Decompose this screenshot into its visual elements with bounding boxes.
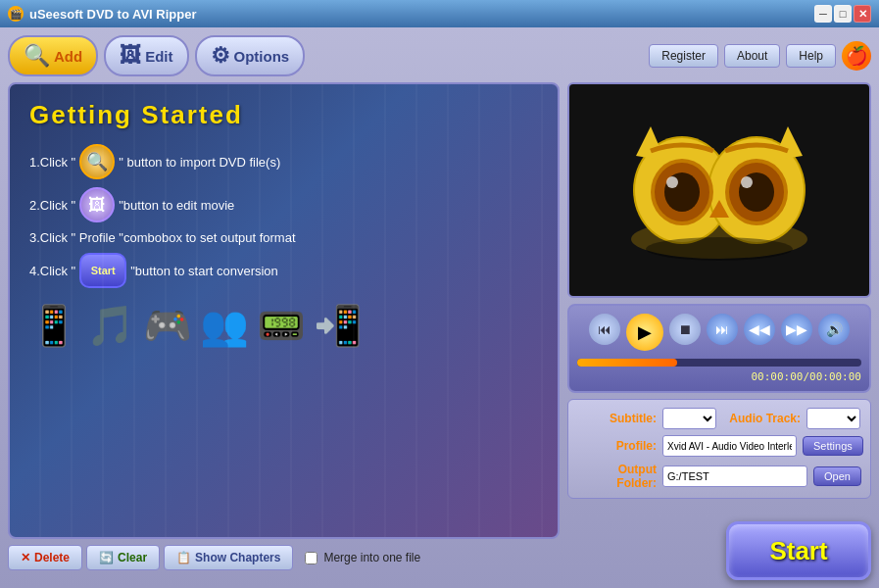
skip-forward-button[interactable]: ⏭ (707, 314, 738, 345)
audio-track-select[interactable] (806, 408, 860, 429)
device-people: 👥 (200, 296, 249, 355)
time-display: 00:00:00/00:00:00 (577, 370, 861, 383)
header-right: Register About Help 🍎 (649, 41, 871, 71)
apple-icon[interactable]: 🍎 (842, 41, 871, 71)
right-panel: ⏮ ▶ ⏹ ⏭ ◀◀ ▶▶ 🔊 00:00:00/00:00:00 Subtit… (567, 82, 871, 570)
settings-button[interactable]: Settings (803, 436, 863, 456)
device-pager: 📟 (257, 296, 306, 355)
add-icon: 🔍 (24, 43, 50, 69)
output-folder-row: Output Folder: Open (578, 463, 860, 490)
device-mobile: 📲 (314, 296, 363, 355)
app-icon: 🎬 (8, 6, 24, 22)
device-gaming: 🎮 (143, 296, 192, 355)
step-3: 3.Click " Profile "combobox to set outpu… (29, 230, 538, 245)
svg-point-8 (666, 176, 678, 188)
device-phone: 📱 (29, 296, 78, 355)
device-music: 🎵 (86, 296, 135, 355)
video-preview (567, 82, 871, 298)
profile-row: Profile: Settings (578, 435, 860, 457)
step-1: 1.Click " 🔍 " button to import DVD file(… (29, 144, 538, 179)
svg-point-12 (741, 176, 753, 188)
progress-bar[interactable] (577, 359, 861, 367)
stop-button[interactable]: ⏹ (669, 314, 701, 345)
options-button[interactable]: ⚙ Options (195, 35, 306, 76)
main-container: 🔍 Add 🖼 Edit ⚙ Options Register About He… (0, 27, 879, 588)
getting-started-title: Getting Started (29, 100, 538, 130)
add-button[interactable]: 🔍 Add (8, 35, 98, 76)
options-icon: ⚙ (211, 43, 230, 69)
close-button[interactable]: ✕ (854, 5, 871, 23)
svg-point-16 (646, 237, 793, 261)
audio-track-label: Audio Track: (722, 412, 801, 425)
profile-label: Profile: (578, 439, 657, 453)
play-button[interactable]: ▶ (626, 314, 663, 351)
help-button[interactable]: Help (786, 44, 836, 68)
content-area: Getting Started 1.Click " 🔍 " button to … (8, 82, 871, 570)
register-button[interactable]: Register (649, 44, 718, 68)
minimize-button[interactable]: ─ (814, 5, 832, 23)
volume-button[interactable]: 🔊 (818, 314, 850, 345)
edit-step-icon: 🖼 (79, 187, 115, 222)
profile-input[interactable] (662, 435, 797, 457)
progress-fill (577, 359, 677, 367)
window-controls: ─ □ ✕ (814, 5, 871, 23)
output-folder-input[interactable] (662, 466, 807, 487)
playback-panel: ⏮ ▶ ⏹ ⏭ ◀◀ ▶▶ 🔊 00:00:00/00:00:00 (567, 304, 871, 393)
subtitle-label: Subtitle: (578, 412, 657, 425)
edit-icon: 🖼 (120, 43, 141, 69)
open-button[interactable]: Open (813, 466, 861, 486)
devices-row: 📱 🎵 🎮 👥 📟 📲 (29, 296, 538, 355)
maximize-button[interactable]: □ (834, 5, 852, 23)
title-bar: 🎬 uSeesoft DVD to AVI Ripper ─ □ ✕ (0, 0, 879, 27)
step-2: 2.Click " 🖼 "button to edit movie (29, 187, 538, 222)
output-folder-label: Output Folder: (578, 463, 657, 490)
playback-controls: ⏮ ▶ ⏹ ⏭ ◀◀ ▶▶ 🔊 (577, 314, 861, 351)
app-title: uSeesoft DVD to AVI Ripper (29, 7, 196, 22)
add-step-icon: 🔍 (79, 144, 115, 179)
edit-button[interactable]: 🖼 Edit (104, 35, 188, 76)
owl-logo-svg (611, 112, 827, 269)
skip-back-button[interactable]: ⏮ (589, 314, 620, 345)
frame-back-button[interactable]: ◀◀ (744, 314, 775, 345)
frame-forward-button[interactable]: ▶▶ (781, 314, 812, 345)
step-4: 4.Click " Start "button to start convers… (29, 253, 538, 288)
toolbar: 🔍 Add 🖼 Edit ⚙ Options Register About He… (8, 35, 871, 76)
start-step-icon: Start (79, 253, 126, 288)
start-button[interactable]: Start (726, 521, 871, 580)
subtitle-select[interactable] (662, 408, 716, 429)
subtitle-row: Subtitle: Audio Track: (578, 408, 860, 429)
getting-started-panel: Getting Started 1.Click " 🔍 " button to … (8, 82, 560, 539)
settings-area: Subtitle: Audio Track: Profile: Settings… (567, 399, 871, 499)
about-button[interactable]: About (724, 44, 780, 68)
left-panel: Getting Started 1.Click " 🔍 " button to … (8, 82, 560, 570)
